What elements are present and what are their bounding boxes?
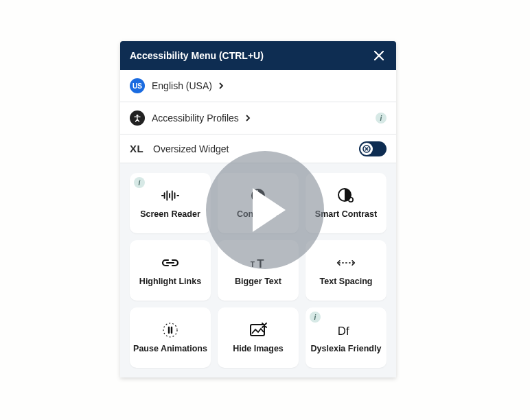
text-spacing-icon: [336, 255, 356, 271]
hide-images-icon: [249, 322, 268, 338]
card-dyslexia-friendly[interactable]: i Df Dyslexia Friendly: [306, 307, 387, 368]
profiles-label: Accessibility Profiles: [152, 113, 239, 124]
card-text-spacing[interactable]: Text Spacing: [306, 240, 387, 301]
card-label: Dyslexia Friendly: [311, 344, 382, 353]
panel-header: Accessibility Menu (CTRL+U): [120, 41, 396, 70]
link-icon: [161, 255, 180, 271]
card-label: Pause Animations: [133, 344, 207, 353]
audio-wave-icon: [161, 187, 180, 204]
profiles-row[interactable]: Accessibility Profiles i: [120, 102, 396, 135]
toggle-off-icon: [362, 145, 371, 153]
card-pause-animations[interactable]: Pause Animations: [130, 307, 211, 368]
chevron-right-icon: [246, 115, 251, 121]
card-hide-images[interactable]: Hide Images: [218, 307, 299, 368]
xl-icon: XL: [130, 143, 146, 154]
language-row[interactable]: US English (USA): [120, 70, 396, 102]
card-label: Screen Reader: [140, 209, 200, 219]
pause-animations-icon: [161, 322, 180, 338]
us-badge-icon: US: [130, 78, 145, 93]
oversized-toggle[interactable]: [359, 141, 387, 156]
svg-point-0: [137, 115, 139, 117]
oversized-label: Oversized Widget: [153, 143, 229, 154]
card-label: Hide Images: [233, 344, 284, 353]
smart-contrast-icon: [336, 187, 356, 204]
play-icon: [253, 188, 286, 232]
card-label: Text Spacing: [320, 277, 373, 286]
info-icon[interactable]: i: [376, 113, 387, 124]
svg-text:Df: Df: [338, 325, 349, 337]
language-label: English (USA): [152, 80, 212, 91]
toggle-knob: [360, 143, 373, 155]
card-screen-reader[interactable]: i Screen Reader: [130, 173, 211, 233]
accessibility-icon: [130, 110, 145, 126]
card-label: Highlight Links: [139, 277, 201, 286]
card-label: Smart Contrast: [315, 209, 377, 219]
close-button[interactable]: [371, 48, 387, 63]
settings-rows: US English (USA) Accessibility Profiles …: [120, 70, 396, 163]
play-overlay-button[interactable]: [206, 151, 324, 269]
panel-title: Accessibility Menu (CTRL+U): [130, 50, 264, 61]
svg-point-7: [163, 323, 177, 337]
close-icon: [374, 51, 384, 60]
info-icon[interactable]: i: [310, 312, 321, 323]
card-highlight-links[interactable]: Highlight Links: [130, 240, 211, 301]
dyslexia-icon: Df: [336, 322, 356, 338]
chevron-right-icon: [219, 82, 224, 89]
card-label: Bigger Text: [235, 277, 281, 286]
info-icon[interactable]: i: [134, 177, 145, 188]
